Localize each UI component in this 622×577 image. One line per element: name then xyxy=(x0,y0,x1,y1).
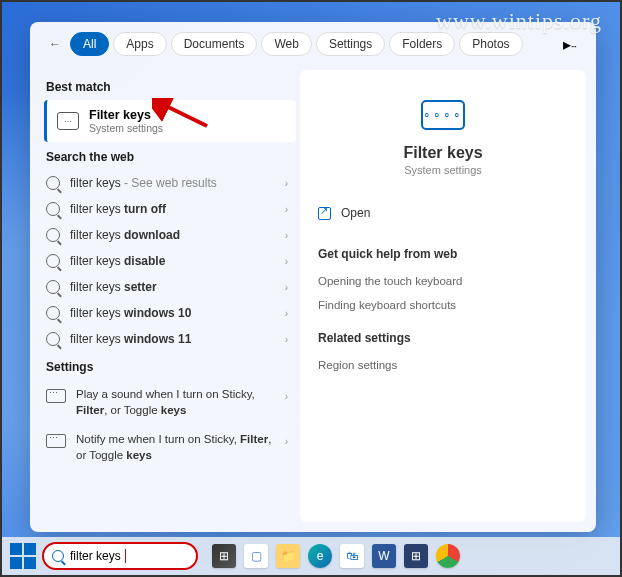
details-title: Filter keys xyxy=(318,144,568,162)
web-result-text: filter keys turn off xyxy=(70,202,275,216)
web-result-row[interactable]: filter keys download› xyxy=(44,222,296,248)
web-result-row[interactable]: filter keys windows 10› xyxy=(44,300,296,326)
taskbar-search-input[interactable]: filter keys xyxy=(42,542,198,570)
chrome-icon[interactable] xyxy=(436,544,460,568)
details-subtitle: System settings xyxy=(318,164,568,176)
tab-photos[interactable]: Photos xyxy=(459,32,522,56)
web-result-row[interactable]: filter keys - See web results› xyxy=(44,170,296,196)
chevron-right-icon: › xyxy=(285,390,288,418)
chevron-right-icon: › xyxy=(285,435,288,463)
web-result-row[interactable]: filter keys turn off› xyxy=(44,196,296,222)
chat-icon[interactable]: ▢ xyxy=(244,544,268,568)
chevron-right-icon: › xyxy=(285,308,288,319)
tab-apps[interactable]: Apps xyxy=(113,32,166,56)
search-icon xyxy=(46,254,60,268)
keyboard-icon xyxy=(46,389,66,403)
web-result-row[interactable]: filter keys disable› xyxy=(44,248,296,274)
search-value: filter keys xyxy=(70,549,121,563)
web-result-row[interactable]: filter keys windows 11› xyxy=(44,326,296,352)
tab-settings[interactable]: Settings xyxy=(316,32,385,56)
tab-web[interactable]: Web xyxy=(261,32,311,56)
chevron-right-icon: › xyxy=(285,204,288,215)
store-icon[interactable]: 🛍 xyxy=(340,544,364,568)
taskbar: filter keys ⊞ ▢ 📁 e 🛍 W ⊞ xyxy=(2,537,620,575)
start-button[interactable] xyxy=(10,543,36,569)
search-icon xyxy=(46,332,60,346)
watermark-text: www.wintips.org xyxy=(436,8,602,34)
chevron-right-icon: › xyxy=(285,334,288,345)
calculator-icon[interactable]: ⊞ xyxy=(404,544,428,568)
web-result-text: filter keys - See web results xyxy=(70,176,275,190)
taskbar-pinned-apps: ⊞ ▢ 📁 e 🛍 W ⊞ xyxy=(212,544,460,568)
search-icon xyxy=(46,202,60,216)
tab-all[interactable]: All xyxy=(70,32,109,56)
related-settings-heading: Related settings xyxy=(318,331,568,345)
chevron-right-icon: › xyxy=(285,230,288,241)
chevron-right-icon: › xyxy=(285,178,288,189)
search-icon xyxy=(52,550,64,562)
settings-result-text: Play a sound when I turn on Sticky, Filt… xyxy=(76,387,275,418)
chevron-right-icon: › xyxy=(285,256,288,267)
web-result-row[interactable]: filter keys setter› xyxy=(44,274,296,300)
settings-result-text: Notify me when I turn on Sticky, Filter,… xyxy=(76,432,275,463)
keyboard-icon: ⋯ xyxy=(57,112,79,130)
results-left-pane: Best match ⋯ Filter keys System settings… xyxy=(30,66,296,532)
taskview-icon[interactable]: ⊞ xyxy=(212,544,236,568)
chevron-right-icon: › xyxy=(285,282,288,293)
quick-help-heading: Get quick help from web xyxy=(318,247,568,261)
quick-link[interactable]: Finding keyboard shortcuts xyxy=(318,293,568,317)
annotation-arrow xyxy=(152,98,212,130)
web-result-text: filter keys disable xyxy=(70,254,275,268)
explorer-icon[interactable]: 📁 xyxy=(276,544,300,568)
web-result-text: filter keys download xyxy=(70,228,275,242)
open-action[interactable]: Open xyxy=(318,194,568,233)
related-link[interactable]: Region settings xyxy=(318,353,568,377)
search-icon xyxy=(46,280,60,294)
details-pane: ∘∘∘∘ Filter keys System settings Open Ge… xyxy=(300,70,586,522)
search-icon xyxy=(46,228,60,242)
svg-line-1 xyxy=(162,104,207,126)
search-icon xyxy=(46,306,60,320)
best-match-heading: Best match xyxy=(46,80,296,94)
more-tabs-button[interactable]: ▸··· xyxy=(557,35,582,54)
search-web-heading: Search the web xyxy=(46,150,296,164)
keyboard-icon xyxy=(46,434,66,448)
open-label: Open xyxy=(341,206,370,220)
tab-documents[interactable]: Documents xyxy=(171,32,258,56)
word-icon[interactable]: W xyxy=(372,544,396,568)
search-icon xyxy=(46,176,60,190)
settings-heading: Settings xyxy=(46,360,296,374)
quick-link[interactable]: Opening the touch keyboard xyxy=(318,269,568,293)
web-result-text: filter keys setter xyxy=(70,280,275,294)
settings-result-row[interactable]: Play a sound when I turn on Sticky, Filt… xyxy=(44,380,296,425)
web-result-text: filter keys windows 11 xyxy=(70,332,275,346)
open-icon xyxy=(318,207,331,220)
search-panel: ← All Apps Documents Web Settings Folder… xyxy=(30,22,596,532)
back-button[interactable]: ← xyxy=(44,33,66,55)
tab-folders[interactable]: Folders xyxy=(389,32,455,56)
settings-result-row[interactable]: Notify me when I turn on Sticky, Filter,… xyxy=(44,425,296,470)
keyboard-hero-icon: ∘∘∘∘ xyxy=(421,100,465,130)
edge-icon[interactable]: e xyxy=(308,544,332,568)
web-result-text: filter keys windows 10 xyxy=(70,306,275,320)
